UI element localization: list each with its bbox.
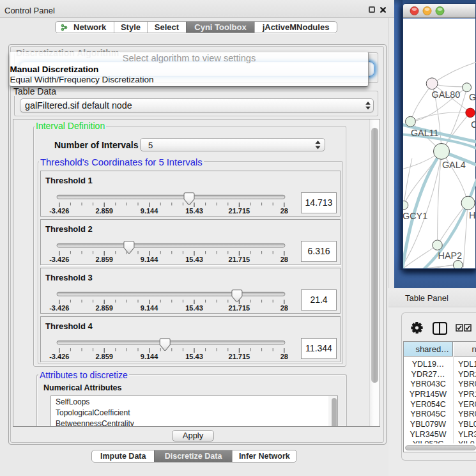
svg-text:-3.426: -3.426 — [49, 304, 69, 312]
svg-text:-3.426: -3.426 — [49, 256, 69, 263]
svg-text:28: 28 — [280, 353, 288, 360]
svg-text:9.144: 9.144 — [141, 207, 158, 215]
svg-text:H: H — [469, 210, 475, 220]
svg-text:21.715: 21.715 — [229, 207, 250, 215]
svg-text:15.43: 15.43 — [185, 256, 203, 263]
svg-text:HAP2: HAP2 — [438, 250, 463, 261]
svg-text:-3.426: -3.426 — [49, 207, 69, 215]
svg-text:GA: GA — [469, 92, 476, 102]
svg-text:21.715: 21.715 — [229, 304, 250, 312]
svg-text:28: 28 — [280, 207, 288, 215]
svg-text:9.144: 9.144 — [141, 304, 158, 312]
svg-text:GAL4: GAL4 — [442, 160, 466, 170]
svg-text:15.43: 15.43 — [185, 353, 203, 360]
svg-text:15.43: 15.43 — [185, 207, 203, 215]
svg-text:9.144: 9.144 — [141, 256, 158, 263]
svg-text:2.859: 2.859 — [95, 304, 113, 312]
svg-text:GCY1: GCY1 — [403, 211, 427, 221]
svg-text:9.144: 9.144 — [141, 353, 158, 360]
svg-text:GAL11: GAL11 — [411, 128, 439, 138]
svg-text:C: C — [471, 119, 476, 130]
svg-text:-3.426: -3.426 — [49, 353, 69, 360]
svg-text:15.43: 15.43 — [185, 304, 203, 312]
svg-text:28: 28 — [280, 304, 288, 312]
svg-text:21.715: 21.715 — [229, 353, 250, 360]
svg-text:21.715: 21.715 — [229, 256, 250, 263]
svg-text:28: 28 — [280, 256, 288, 263]
svg-text:2.859: 2.859 — [95, 207, 113, 215]
svg-text:2.859: 2.859 — [95, 353, 113, 360]
svg-text:2.859: 2.859 — [95, 256, 113, 263]
svg-text:GAL80: GAL80 — [432, 89, 461, 100]
